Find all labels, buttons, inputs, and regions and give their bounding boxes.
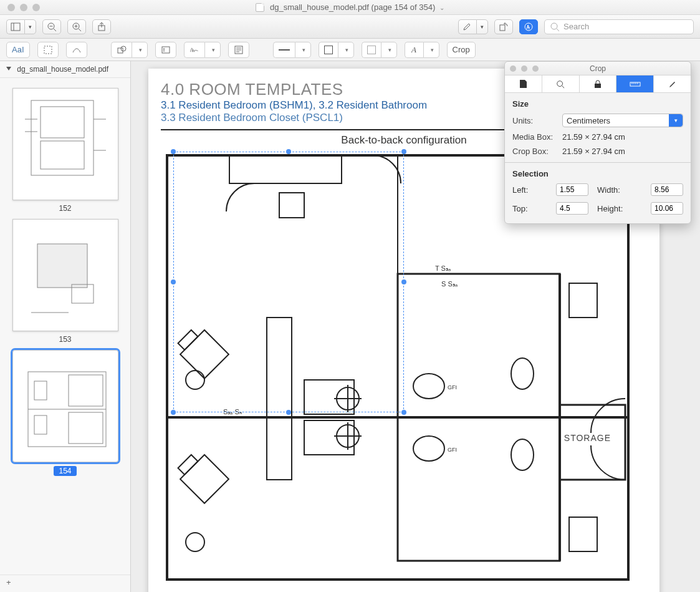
share-icon	[97, 22, 107, 32]
panel-divider	[505, 162, 691, 163]
highlight-dropdown-button[interactable]: ▾	[476, 19, 488, 34]
svg-point-68	[511, 439, 534, 470]
crop-handle-br[interactable]	[401, 410, 406, 415]
media-box-label: Media Box:	[512, 132, 556, 142]
window-title[interactable]: dg_small_house_model.pdf (page 154 of 35…	[0, 2, 700, 12]
disclosure-triangle-icon[interactable]	[6, 67, 11, 70]
svg-rect-79	[630, 82, 640, 86]
svg-point-17	[121, 46, 126, 51]
sign-button[interactable]	[184, 42, 204, 58]
view-dropdown-button[interactable]: ▾	[24, 19, 36, 34]
share-button[interactable]	[92, 19, 111, 34]
line-width-button[interactable]	[273, 42, 295, 58]
sidebar-toggle-button[interactable]	[6, 19, 24, 34]
svg-point-76	[557, 80, 563, 86]
tab-lock[interactable]	[580, 75, 617, 92]
font-button[interactable]: A	[405, 42, 423, 58]
line-width-dropdown[interactable]: ▾	[295, 42, 311, 58]
tab-ruler[interactable]	[616, 75, 654, 92]
units-select[interactable]: Centimeters ▾	[562, 114, 683, 127]
stroke-color-button[interactable]	[319, 42, 338, 58]
crop-handle-bm[interactable]	[286, 410, 291, 415]
sidebar-icon	[11, 22, 21, 32]
svg-rect-26	[41, 107, 84, 138]
fill-color-button[interactable]	[362, 42, 381, 58]
tab-search[interactable]	[542, 75, 580, 92]
thumbnail-item[interactable]: 153	[12, 219, 118, 344]
search-input[interactable]: Search	[544, 19, 694, 34]
thumbnails-sidebar: dg_small_house_model.pdf 152 153 154	[0, 61, 131, 592]
left-label: Left:	[512, 185, 547, 195]
left-input[interactable]	[556, 183, 588, 196]
thumbnail-preview	[12, 88, 118, 200]
sketch-tool-button[interactable]	[66, 42, 87, 58]
selection-tool-button[interactable]	[37, 42, 59, 58]
document-icon	[256, 3, 264, 12]
svg-rect-69	[569, 283, 597, 318]
window-titlebar[interactable]: dg_small_house_model.pdf (page 154 of 35…	[0, 0, 700, 15]
chevron-down-icon: ▾	[481, 24, 484, 30]
svg-point-66	[413, 436, 444, 461]
markup-button[interactable]	[519, 19, 538, 34]
crop-handle-bl[interactable]	[171, 410, 176, 415]
svg-rect-58	[304, 420, 354, 455]
crop-handle-tm[interactable]	[286, 149, 291, 154]
crop-button[interactable]: Crop	[447, 42, 476, 58]
text-style-button[interactable]: AaI	[6, 42, 30, 58]
crop-panel-title: Crop	[505, 64, 691, 73]
rotate-button[interactable]	[494, 19, 513, 34]
window-title-page: (page 154 of 354)	[372, 2, 436, 12]
zoom-out-icon	[47, 22, 57, 32]
svg-point-56	[186, 533, 204, 551]
thumbnail-number: 154	[54, 466, 76, 476]
crop-panel-titlebar[interactable]: Crop	[505, 62, 691, 75]
crop-inspector-panel[interactable]: Crop Size Units: Centimeters ▾	[504, 61, 691, 224]
thumbnail-list[interactable]: 152 153 154	[0, 78, 130, 575]
svg-line-3	[54, 29, 56, 31]
crop-selection[interactable]	[173, 152, 404, 412]
crop-handle-mr[interactable]	[401, 279, 406, 284]
sidebar-add-button[interactable]: +	[0, 575, 130, 592]
highlight-button[interactable]	[458, 19, 476, 34]
thumbnail-preview	[12, 350, 118, 462]
crop-handle-ml[interactable]	[171, 279, 176, 284]
stroke-color-dropdown[interactable]: ▾	[338, 42, 354, 58]
note-button[interactable]	[228, 42, 249, 58]
sketch-icon	[72, 45, 82, 55]
chevron-down-icon[interactable]: ⌄	[438, 4, 444, 11]
fill-color-dropdown[interactable]: ▾	[381, 42, 397, 58]
top-input[interactable]	[556, 202, 588, 215]
fill-swatch-icon	[367, 46, 376, 54]
sign-dropdown-button[interactable]: ▾	[204, 42, 221, 58]
chevron-down-icon: ▾	[212, 47, 215, 53]
svg-rect-27	[41, 141, 84, 169]
view-segmented: ▾	[6, 19, 36, 34]
shapes-button[interactable]	[111, 42, 132, 58]
marker-icon	[463, 22, 472, 32]
page-icon	[519, 79, 527, 89]
svg-line-6	[79, 29, 81, 31]
crop-handle-tr[interactable]	[401, 149, 406, 154]
thumbnail-item[interactable]: 152	[12, 88, 118, 213]
crop-box-value: 21.59 × 27.94 cm	[562, 147, 625, 156]
text-box-button[interactable]	[155, 42, 176, 58]
tab-pencil[interactable]	[654, 75, 691, 92]
font-dropdown[interactable]: ▾	[423, 42, 439, 58]
zoom-in-button[interactable]	[67, 19, 86, 34]
thumbnail-preview	[12, 219, 118, 331]
signature-icon	[189, 45, 199, 55]
sidebar-file-header[interactable]: dg_small_house_model.pdf	[0, 61, 130, 78]
height-input[interactable]	[651, 202, 683, 215]
shapes-dropdown-button[interactable]: ▾	[132, 42, 148, 58]
width-input[interactable]	[651, 183, 683, 196]
text-box-icon	[161, 45, 171, 55]
svg-text:T S₃ₐ: T S₃ₐ	[435, 264, 451, 272]
window-title-filename: dg_small_house_model.pdf	[270, 2, 369, 12]
tab-document[interactable]	[505, 75, 542, 92]
zoom-out-button[interactable]	[42, 19, 61, 34]
document-viewport[interactable]: 4.0 ROOM TEMPLATES 3.1 Resident Bedroom …	[131, 61, 700, 592]
chevron-down-icon: ▾	[431, 47, 434, 53]
thumbnail-item-selected[interactable]: 154	[12, 350, 118, 476]
line-icon	[279, 49, 290, 51]
crop-handle-tl[interactable]	[171, 149, 176, 154]
